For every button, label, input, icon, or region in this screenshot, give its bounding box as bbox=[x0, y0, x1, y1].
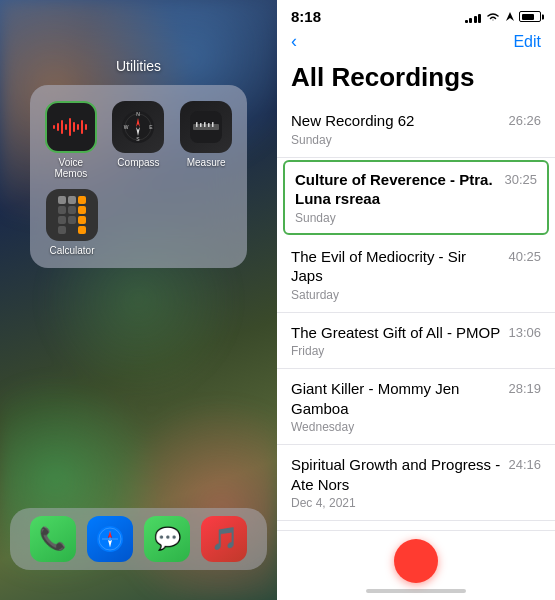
recording-info: Giant Killer - Mommy Jen Gamboa Wednesda… bbox=[291, 379, 500, 434]
measure-label: Measure bbox=[187, 157, 226, 168]
app-voice-memos[interactable]: Voice Memos bbox=[42, 101, 100, 179]
svg-rect-4 bbox=[69, 118, 71, 136]
location-icon bbox=[505, 11, 515, 23]
svg-marker-30 bbox=[506, 12, 514, 21]
svg-rect-2 bbox=[61, 120, 63, 134]
home-indicator bbox=[366, 589, 466, 593]
svg-rect-6 bbox=[77, 124, 79, 130]
recording-title: The Evil of Mediocrity - Sir Japs bbox=[291, 247, 500, 286]
battery-fill bbox=[522, 14, 535, 20]
calc-btn bbox=[58, 206, 66, 214]
dock-safari[interactable] bbox=[87, 516, 133, 562]
svg-rect-20 bbox=[200, 123, 202, 127]
signal-bar-2 bbox=[469, 18, 472, 23]
svg-rect-19 bbox=[196, 122, 198, 127]
record-button-area bbox=[277, 530, 555, 600]
recording-title: The Greatest Gift of All - PMOP bbox=[291, 323, 500, 343]
compass-label: Compass bbox=[117, 157, 159, 168]
home-screen: Utilities Vo bbox=[0, 0, 277, 600]
app-compass[interactable]: N S W E Compass bbox=[110, 101, 168, 179]
recordings-list[interactable]: New Recording 62 Sunday 26:26 Culture of… bbox=[277, 101, 555, 530]
signal-bar-4 bbox=[478, 14, 481, 23]
recording-title: Giant Killer - Mommy Jen Gamboa bbox=[291, 379, 500, 418]
recording-info: Spiritual Growth and Progress - Ate Nors… bbox=[291, 455, 500, 510]
folder-apps-grid: Voice Memos N S W E Compass bbox=[42, 101, 235, 179]
waveform-svg bbox=[53, 117, 89, 137]
calc-btn bbox=[68, 206, 76, 214]
svg-rect-8 bbox=[85, 124, 87, 130]
calc-btn bbox=[58, 226, 66, 234]
calc-btn bbox=[58, 216, 66, 224]
voice-memos-label: Voice Memos bbox=[42, 157, 100, 179]
recording-item[interactable]: The Greatest Gift of All - PMOP Friday 1… bbox=[277, 313, 555, 370]
recording-duration: 13:06 bbox=[508, 325, 541, 340]
recording-item[interactable]: The Evil of Mediocrity - Sir Japs Saturd… bbox=[277, 237, 555, 313]
recording-duration: 30:25 bbox=[504, 172, 537, 187]
signal-bar-3 bbox=[474, 16, 477, 23]
measure-svg bbox=[189, 110, 223, 144]
recording-date: Saturday bbox=[291, 288, 500, 302]
recording-duration: 24:16 bbox=[508, 457, 541, 472]
svg-text:N: N bbox=[137, 111, 141, 117]
svg-rect-0 bbox=[53, 125, 55, 129]
edit-button[interactable]: Edit bbox=[513, 33, 541, 51]
utilities-folder[interactable]: Voice Memos N S W E Compass bbox=[30, 85, 247, 268]
measure-icon-bg bbox=[180, 101, 232, 153]
page-title: All Recordings bbox=[291, 62, 541, 93]
compass-icon-bg: N S W E bbox=[112, 101, 164, 153]
app-measure[interactable]: Measure bbox=[177, 101, 235, 179]
back-chevron-icon: ‹ bbox=[291, 31, 297, 52]
dock-music[interactable]: 🎵 bbox=[201, 516, 247, 562]
status-time: 8:18 bbox=[291, 8, 321, 25]
back-button[interactable]: ‹ bbox=[291, 31, 297, 52]
dock-messages[interactable]: 💬 bbox=[144, 516, 190, 562]
wifi-icon bbox=[485, 11, 501, 23]
svg-rect-21 bbox=[204, 122, 206, 127]
calculator-icon-bg bbox=[46, 189, 98, 241]
calc-btn bbox=[78, 206, 86, 214]
recording-item[interactable]: Giant Killer - Mommy Jen Gamboa Wednesda… bbox=[277, 369, 555, 445]
recording-duration: 26:26 bbox=[508, 113, 541, 128]
signal-bars bbox=[465, 11, 482, 23]
recording-date: Sunday bbox=[291, 133, 500, 147]
recording-date: Dec 4, 2021 bbox=[291, 496, 500, 510]
folder-second-row: Calculator bbox=[42, 189, 235, 256]
svg-text:W: W bbox=[124, 124, 129, 130]
folder-title: Utilities bbox=[0, 58, 277, 74]
page-title-area: All Recordings bbox=[277, 58, 555, 101]
signal-bar-1 bbox=[465, 20, 468, 23]
app-calculator[interactable]: Calculator bbox=[46, 189, 98, 256]
calc-btn bbox=[78, 196, 86, 204]
battery-icon bbox=[519, 11, 541, 22]
status-icons bbox=[465, 11, 542, 23]
calculator-label: Calculator bbox=[49, 245, 94, 256]
nav-bar: ‹ Edit bbox=[277, 29, 555, 58]
recording-duration: 40:25 bbox=[508, 249, 541, 264]
svg-rect-7 bbox=[81, 120, 83, 134]
recording-info: The Evil of Mediocrity - Sir Japs Saturd… bbox=[291, 247, 500, 302]
voice-memos-panel: 8:18 bbox=[277, 0, 555, 600]
compass-svg: N S W E bbox=[121, 110, 155, 144]
recording-item[interactable]: New Recording 62 Sunday 26:26 bbox=[277, 101, 555, 158]
calculator-grid bbox=[58, 196, 86, 234]
recording-item[interactable]: How to Complete our Twelve? - Daddy Bar.… bbox=[277, 521, 555, 530]
recording-info: The Greatest Gift of All - PMOP Friday bbox=[291, 323, 500, 359]
recording-item[interactable]: Culture of Reverence - Ptra. Luna rsreaa… bbox=[283, 160, 549, 235]
recording-title: Spiritual Growth and Progress - Ate Nors bbox=[291, 455, 500, 494]
recording-title: New Recording 62 bbox=[291, 111, 500, 131]
svg-rect-3 bbox=[65, 124, 67, 130]
svg-rect-1 bbox=[57, 123, 59, 131]
record-button[interactable] bbox=[394, 539, 438, 583]
svg-rect-5 bbox=[73, 122, 75, 132]
calc-btn bbox=[78, 216, 86, 224]
recording-item[interactable]: Spiritual Growth and Progress - Ate Nors… bbox=[277, 445, 555, 521]
calc-btn bbox=[68, 196, 76, 204]
recording-duration: 28:19 bbox=[508, 381, 541, 396]
calc-btn bbox=[68, 216, 76, 224]
safari-svg bbox=[96, 525, 124, 553]
dock-phone[interactable]: 📞 bbox=[30, 516, 76, 562]
dock: 📞 💬 🎵 bbox=[10, 508, 267, 570]
svg-rect-22 bbox=[208, 123, 210, 127]
recording-title: Culture of Reverence - Ptra. Luna rsreaa bbox=[295, 170, 496, 209]
recording-date: Wednesday bbox=[291, 420, 500, 434]
